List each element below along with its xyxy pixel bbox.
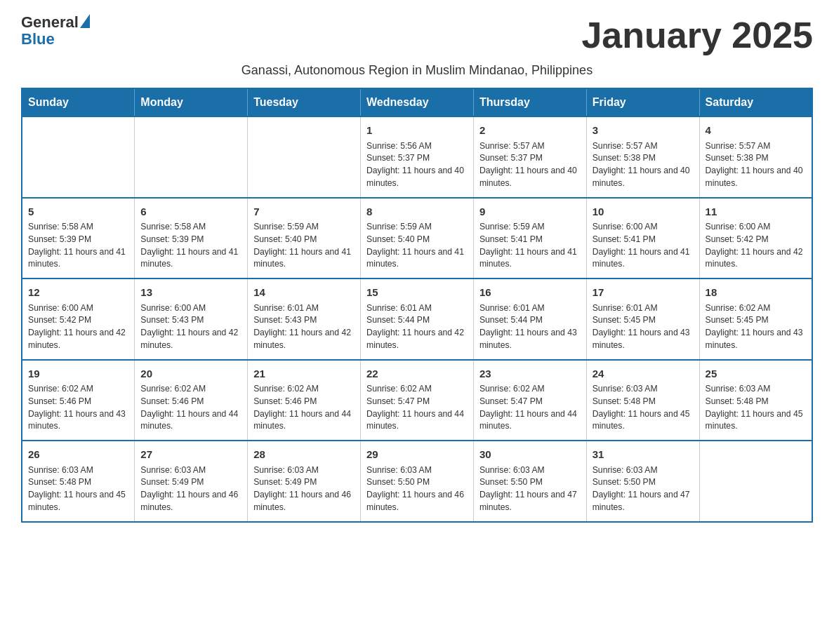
calendar-cell: 18Sunrise: 6:02 AMSunset: 5:45 PMDayligh… xyxy=(699,279,812,360)
day-number: 30 xyxy=(479,447,581,462)
day-info: Sunrise: 6:03 AMSunset: 5:50 PMDaylight:… xyxy=(479,464,581,514)
header-wednesday: Wednesday xyxy=(361,88,474,116)
calendar-cell: 2Sunrise: 5:57 AMSunset: 5:37 PMDaylight… xyxy=(473,116,586,198)
day-info: Sunrise: 6:01 AMSunset: 5:44 PMDaylight:… xyxy=(479,302,581,352)
calendar-cell: 4Sunrise: 5:57 AMSunset: 5:38 PMDaylight… xyxy=(699,116,812,198)
calendar-cell: 10Sunrise: 6:00 AMSunset: 5:41 PMDayligh… xyxy=(586,198,699,279)
day-number: 3 xyxy=(593,123,694,138)
calendar-cell xyxy=(248,116,361,198)
day-number: 21 xyxy=(253,366,355,382)
day-info: Sunrise: 6:02 AMSunset: 5:47 PMDaylight:… xyxy=(479,383,581,433)
day-number: 25 xyxy=(706,366,806,382)
day-number: 19 xyxy=(28,366,128,382)
day-info: Sunrise: 6:02 AMSunset: 5:45 PMDaylight:… xyxy=(706,302,806,352)
header-sunday: Sunday xyxy=(22,88,135,116)
day-number: 1 xyxy=(366,123,468,138)
day-number: 9 xyxy=(479,204,581,220)
calendar-cell: 23Sunrise: 6:02 AMSunset: 5:47 PMDayligh… xyxy=(473,360,586,441)
day-info: Sunrise: 6:01 AMSunset: 5:43 PMDaylight:… xyxy=(253,302,355,352)
calendar-cell: 13Sunrise: 6:00 AMSunset: 5:43 PMDayligh… xyxy=(135,279,248,360)
calendar-cell: 17Sunrise: 6:01 AMSunset: 5:45 PMDayligh… xyxy=(586,279,699,360)
calendar-week-row: 5Sunrise: 5:58 AMSunset: 5:39 PMDaylight… xyxy=(22,198,812,279)
day-info: Sunrise: 5:58 AMSunset: 5:39 PMDaylight:… xyxy=(28,221,128,271)
calendar-cell: 6Sunrise: 5:58 AMSunset: 5:39 PMDaylight… xyxy=(135,198,248,279)
day-info: Sunrise: 6:00 AMSunset: 5:43 PMDaylight:… xyxy=(140,302,241,352)
day-info: Sunrise: 6:03 AMSunset: 5:48 PMDaylight:… xyxy=(28,464,128,514)
day-number: 2 xyxy=(479,123,581,138)
calendar-cell: 12Sunrise: 6:00 AMSunset: 5:42 PMDayligh… xyxy=(22,279,135,360)
day-info: Sunrise: 5:59 AMSunset: 5:40 PMDaylight:… xyxy=(366,221,468,271)
month-title: January 2025 xyxy=(581,14,813,56)
calendar-cell: 19Sunrise: 6:02 AMSunset: 5:46 PMDayligh… xyxy=(22,360,135,441)
day-info: Sunrise: 6:01 AMSunset: 5:45 PMDaylight:… xyxy=(593,302,694,352)
logo-text-general: General xyxy=(21,14,79,31)
day-number: 13 xyxy=(140,285,241,300)
day-number: 29 xyxy=(366,447,468,462)
day-number: 4 xyxy=(706,123,806,138)
day-number: 7 xyxy=(253,204,355,220)
calendar-cell: 24Sunrise: 6:03 AMSunset: 5:48 PMDayligh… xyxy=(586,360,699,441)
day-number: 8 xyxy=(366,204,468,220)
day-info: Sunrise: 6:03 AMSunset: 5:48 PMDaylight:… xyxy=(706,383,806,433)
calendar-cell: 15Sunrise: 6:01 AMSunset: 5:44 PMDayligh… xyxy=(361,279,474,360)
day-number: 31 xyxy=(593,447,694,462)
calendar-cell xyxy=(22,116,135,198)
day-number: 10 xyxy=(593,204,694,220)
day-number: 24 xyxy=(593,366,694,382)
day-info: Sunrise: 6:02 AMSunset: 5:46 PMDaylight:… xyxy=(253,383,355,433)
day-number: 23 xyxy=(479,366,581,382)
logo-text-blue: Blue xyxy=(21,31,90,48)
day-info: Sunrise: 6:00 AMSunset: 5:42 PMDaylight:… xyxy=(706,221,806,271)
calendar-cell: 8Sunrise: 5:59 AMSunset: 5:40 PMDaylight… xyxy=(361,198,474,279)
calendar-cell: 16Sunrise: 6:01 AMSunset: 5:44 PMDayligh… xyxy=(473,279,586,360)
day-info: Sunrise: 5:58 AMSunset: 5:39 PMDaylight:… xyxy=(140,221,241,271)
day-number: 11 xyxy=(706,204,806,220)
day-number: 15 xyxy=(366,285,468,300)
calendar-cell: 14Sunrise: 6:01 AMSunset: 5:43 PMDayligh… xyxy=(248,279,361,360)
day-number: 22 xyxy=(366,366,468,382)
day-info: Sunrise: 6:03 AMSunset: 5:48 PMDaylight:… xyxy=(593,383,694,433)
day-number: 18 xyxy=(706,285,806,300)
calendar-cell: 9Sunrise: 5:59 AMSunset: 5:41 PMDaylight… xyxy=(473,198,586,279)
day-number: 26 xyxy=(28,447,128,462)
day-info: Sunrise: 6:03 AMSunset: 5:49 PMDaylight:… xyxy=(140,464,241,514)
day-info: Sunrise: 6:00 AMSunset: 5:42 PMDaylight:… xyxy=(28,302,128,352)
calendar-cell: 25Sunrise: 6:03 AMSunset: 5:48 PMDayligh… xyxy=(699,360,812,441)
calendar-cell: 29Sunrise: 6:03 AMSunset: 5:50 PMDayligh… xyxy=(361,441,474,522)
calendar-cell: 20Sunrise: 6:02 AMSunset: 5:46 PMDayligh… xyxy=(135,360,248,441)
day-info: Sunrise: 5:59 AMSunset: 5:40 PMDaylight:… xyxy=(253,221,355,271)
calendar-cell: 1Sunrise: 5:56 AMSunset: 5:37 PMDaylight… xyxy=(361,116,474,198)
calendar-cell: 7Sunrise: 5:59 AMSunset: 5:40 PMDaylight… xyxy=(248,198,361,279)
calendar-cell xyxy=(135,116,248,198)
calendar-cell: 22Sunrise: 6:02 AMSunset: 5:47 PMDayligh… xyxy=(361,360,474,441)
day-number: 12 xyxy=(28,285,128,300)
calendar-header-row: SundayMondayTuesdayWednesdayThursdayFrid… xyxy=(22,88,812,116)
day-info: Sunrise: 5:57 AMSunset: 5:37 PMDaylight:… xyxy=(479,140,581,190)
calendar-cell: 31Sunrise: 6:03 AMSunset: 5:50 PMDayligh… xyxy=(586,441,699,522)
calendar-cell: 5Sunrise: 5:58 AMSunset: 5:39 PMDaylight… xyxy=(22,198,135,279)
day-info: Sunrise: 6:03 AMSunset: 5:50 PMDaylight:… xyxy=(593,464,694,514)
logo: General Blue xyxy=(21,14,90,48)
calendar-cell: 26Sunrise: 6:03 AMSunset: 5:48 PMDayligh… xyxy=(22,441,135,522)
day-info: Sunrise: 5:59 AMSunset: 5:41 PMDaylight:… xyxy=(479,221,581,271)
day-number: 16 xyxy=(479,285,581,300)
calendar-week-row: 26Sunrise: 6:03 AMSunset: 5:48 PMDayligh… xyxy=(22,441,812,522)
logo-triangle-icon xyxy=(80,14,90,28)
day-info: Sunrise: 6:02 AMSunset: 5:46 PMDaylight:… xyxy=(140,383,241,433)
day-number: 5 xyxy=(28,204,128,220)
day-info: Sunrise: 5:57 AMSunset: 5:38 PMDaylight:… xyxy=(706,140,806,190)
header-thursday: Thursday xyxy=(473,88,586,116)
day-info: Sunrise: 6:00 AMSunset: 5:41 PMDaylight:… xyxy=(593,221,694,271)
day-info: Sunrise: 6:02 AMSunset: 5:46 PMDaylight:… xyxy=(28,383,128,433)
day-number: 14 xyxy=(253,285,355,300)
day-info: Sunrise: 6:01 AMSunset: 5:44 PMDaylight:… xyxy=(366,302,468,352)
calendar-cell: 27Sunrise: 6:03 AMSunset: 5:49 PMDayligh… xyxy=(135,441,248,522)
calendar-week-row: 19Sunrise: 6:02 AMSunset: 5:46 PMDayligh… xyxy=(22,360,812,441)
header-tuesday: Tuesday xyxy=(248,88,361,116)
subtitle: Ganassi, Autonomous Region in Muslim Min… xyxy=(21,63,813,78)
calendar-cell: 28Sunrise: 6:03 AMSunset: 5:49 PMDayligh… xyxy=(248,441,361,522)
day-info: Sunrise: 5:56 AMSunset: 5:37 PMDaylight:… xyxy=(366,140,468,190)
day-number: 17 xyxy=(593,285,694,300)
calendar-week-row: 12Sunrise: 6:00 AMSunset: 5:42 PMDayligh… xyxy=(22,279,812,360)
day-info: Sunrise: 6:03 AMSunset: 5:49 PMDaylight:… xyxy=(253,464,355,514)
